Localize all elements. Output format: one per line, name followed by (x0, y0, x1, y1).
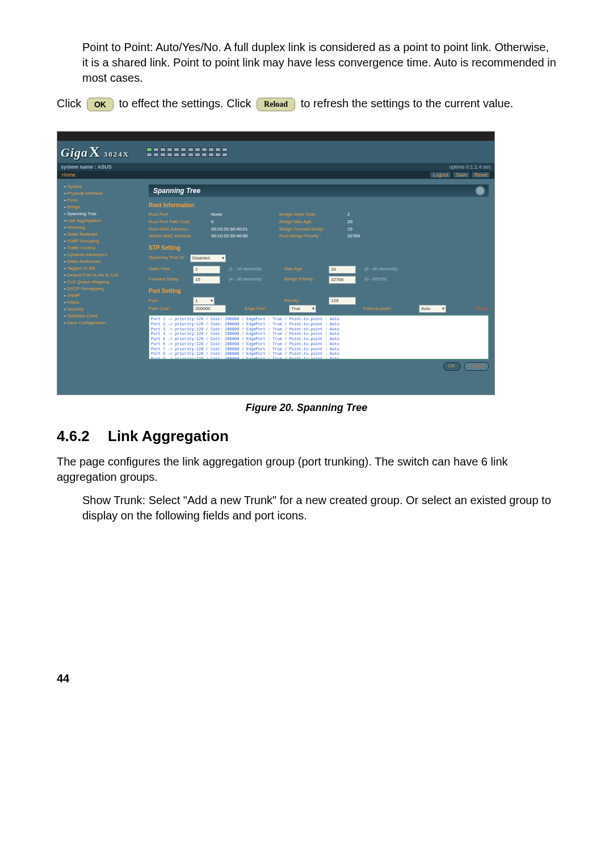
section-root-info: Root Information (149, 202, 489, 209)
label: Hello Time : (149, 266, 188, 272)
root-info-grid: Root Port : None Bridge Hello Time : 2 R… (149, 212, 489, 240)
edge-port-select[interactable]: True (289, 305, 316, 313)
logo-model: 3024X (104, 150, 129, 158)
logo-brand: Giga (61, 145, 88, 160)
note: (1 - 10 seconds) (229, 266, 280, 272)
sidebar-item[interactable]: Tagged VLAN (64, 265, 145, 272)
spanning-tree-select[interactable]: Disabled (190, 254, 226, 262)
label: Spanning Tree ID : (149, 255, 187, 261)
status-uptime: uptime 0:1:1:4 sec (449, 163, 491, 170)
list-item: Port 3 -> priority:128 / Cost: 200000 / … (151, 327, 486, 332)
section-title: Link Aggregation (108, 427, 229, 445)
shot-header: GigaX3024X (57, 141, 494, 163)
sidebar-item[interactable]: Ports (64, 197, 145, 204)
panel-title: Spanning Tree (149, 184, 489, 197)
forward-delay-input[interactable]: 15 (193, 276, 220, 284)
panel-title-text: Spanning Tree (153, 186, 200, 195)
paragraph-link-agg-2: Show Trunk: Select "Add a new Trunk" for… (82, 493, 556, 523)
tab-save[interactable]: Save (453, 172, 469, 178)
label: Port : (149, 298, 188, 304)
list-item: Port 2 -> priority:128 / Cost: 200000 / … (151, 322, 486, 327)
sidebar-item[interactable]: Traffic Control (64, 245, 145, 251)
ok-button[interactable]: OK (443, 362, 460, 371)
note: (6 - 40 seconds) (364, 266, 410, 272)
sidebar-item[interactable]: Static Multicast (64, 231, 145, 238)
panel-buttons: OK Reload (149, 362, 489, 371)
sidebar-item[interactable]: Bridge (64, 204, 145, 211)
list-item: Port 4 -> priority:128 / Cost: 200000 / … (151, 332, 486, 337)
label: Path Cost : (149, 306, 188, 312)
sidebar-item[interactable]: System (64, 183, 145, 190)
sidebar-item[interactable]: IGMP Snooping (64, 238, 145, 245)
port-list-box[interactable]: Port 1 -> priority:128 / Cost: 200000 / … (149, 315, 489, 359)
tab-logout[interactable]: Logout (430, 172, 451, 178)
reload-button-inline: Reload (257, 98, 295, 111)
label: Point-to-point : (363, 306, 414, 312)
sidebar-item[interactable]: Static Addresses (64, 258, 145, 265)
sidebar-item[interactable]: CoS Queue Mapping (64, 279, 145, 286)
sidebar: System Physical Interface Ports Bridge S… (57, 179, 149, 395)
text-click-mid: to effect the settings. Click (119, 97, 251, 110)
main-panel: Spanning Tree Root Information Root Port… (149, 179, 494, 395)
sidebar-item[interactable]: Mirroring (64, 224, 145, 231)
sub-tabs: Logout Save Reset (429, 171, 490, 178)
value: 0 (211, 219, 274, 225)
sidebar-item[interactable]: Physical Interface (64, 190, 145, 197)
label: Forward Delay : (149, 276, 188, 283)
path-cost-input[interactable]: 200000 (193, 305, 226, 313)
paragraph-click-buttons: Click OK to effect the settings. Click R… (57, 96, 556, 111)
tab-reset[interactable]: Reset (472, 172, 490, 178)
hello-time-input[interactable]: 2 (193, 266, 220, 274)
sidebar-item[interactable]: Statistics Chart (64, 313, 145, 320)
sidebar-item[interactable]: DSCP Remapping (64, 286, 145, 292)
gear-icon (476, 187, 484, 195)
value: 32768 (347, 233, 381, 240)
sidebar-item-active[interactable]: Spanning Tree (64, 211, 145, 217)
max-age-input[interactable]: 20 (329, 266, 356, 274)
list-item: Port 7 -> priority:128 / Cost: 200000 / … (151, 347, 486, 352)
shot-status-bar: system name : ASUS uptime 0:1:1:4 sec (57, 163, 494, 171)
sidebar-item[interactable]: Default Port VLAN & CoS (64, 272, 145, 279)
label: Root Bridge Priority : (279, 233, 342, 240)
value: 00:10:20:30:40:01 (211, 227, 274, 233)
bridge-priority-input[interactable]: 32768 (329, 276, 356, 284)
value: 20 (347, 219, 381, 225)
priority-input[interactable]: 128 (329, 297, 356, 305)
sidebar-item[interactable]: Link Aggregation (64, 217, 145, 224)
reload-button[interactable]: Reload (464, 362, 489, 371)
list-item: Port 5 -> priority:128 / Cost: 200000 / … (151, 337, 486, 342)
sub-home[interactable]: Home (62, 171, 75, 178)
paragraph-link-agg-1: The page configures the link aggregation… (57, 454, 556, 485)
sidebar-item[interactable]: Filters (64, 299, 145, 306)
text-click-prefix: Click (57, 97, 81, 110)
paragraph-point-to-point: Point to Point: Auto/Yes/No. A full dupl… (82, 40, 556, 86)
label: Priority : (284, 298, 324, 304)
p2p-select[interactable]: Auto (419, 305, 446, 313)
sidebar-item[interactable]: SNMP (64, 292, 145, 299)
value: 2 (347, 212, 381, 218)
value: 15 (347, 227, 381, 233)
list-item: Port 1 -> priority:128 / Cost: 200000 / … (151, 317, 486, 322)
label: Bridge Forward Delay : (279, 227, 342, 233)
note: (4 - 30 seconds) (229, 276, 280, 283)
section-heading: 4.6.2Link Aggregation (57, 426, 556, 446)
list-item: Port 8 -> priority:128 / Cost: 200000 / … (151, 351, 486, 357)
label: Root Port : (149, 212, 205, 218)
section-number: 4.6.2 (57, 426, 108, 446)
port-led-panel (146, 148, 228, 157)
figure-caption: Figure 20. Spanning Tree (57, 401, 556, 414)
sidebar-item[interactable]: Dynamic Addresses (64, 251, 145, 258)
port-select[interactable]: 1 (193, 297, 215, 305)
label: Edge Port : (245, 306, 284, 312)
shot-sub-bar: Home Logout Save Reset (57, 171, 494, 179)
label: Bridge Max Age : (279, 219, 342, 225)
modify-link[interactable]: Modify (455, 306, 489, 312)
label: Max Age : (284, 266, 324, 272)
screenshot-spanning-tree: GigaX3024X system name : ASUS uptime 0:1… (57, 131, 495, 395)
sidebar-item[interactable]: Save Configuration (64, 320, 145, 326)
sidebar-item[interactable]: Security (64, 306, 145, 313)
list-item: Port 6 -> priority:128 / Cost: 200000 / … (151, 342, 486, 347)
shot-window-chrome (57, 132, 494, 141)
status-system-name: system name : ASUS (61, 163, 112, 170)
label: Root Port Path Cost : (149, 219, 205, 225)
